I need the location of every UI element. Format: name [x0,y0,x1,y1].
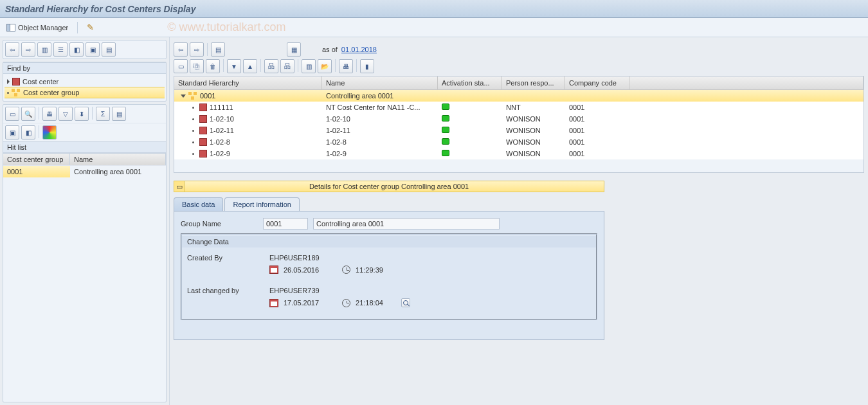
col-hierarchy[interactable]: Standard Hierarchy [174,76,322,89]
nav-history-icon[interactable]: ▥ [37,42,51,57]
bullet-icon [7,92,9,94]
grid-row[interactable]: 1-02-81-02-8WONISON0001 [174,136,863,148]
chevron-right-icon [7,79,10,84]
col-name[interactable]: Name [322,76,438,89]
act-down-icon[interactable]: ▼ [227,59,241,73]
r-nav-fwd-icon[interactable]: ⇨ [190,42,204,57]
nav-collapse-icon[interactable]: ▣ [86,42,100,57]
grid-row[interactable]: 1-02-101-02-10WONISON0001 [174,113,863,125]
change-data-group: Change Data Created By EHP6USER189 26.05… [181,233,597,320]
act-open-icon[interactable]: 📂 [318,59,332,73]
hl-sort-icon[interactable]: ⬍ [75,107,89,121]
nav-hide-icon[interactable]: ▤ [102,42,116,57]
tab-basic-data[interactable]: Basic data [174,197,223,211]
act-copy-icon[interactable]: ⿻ [190,59,204,73]
act-up-icon[interactable]: ▲ [243,59,257,73]
nav-back-icon[interactable]: ⇦ [5,42,19,57]
cell-activation [438,103,502,112]
cell-person: NNT [502,103,565,112]
hl-collapse-icon[interactable]: ◧ [21,125,35,140]
cost-center-icon [199,104,207,111]
act-chart-icon[interactable]: ▮ [360,59,374,73]
hl-filter-icon[interactable]: ▽ [59,107,73,121]
act-hier-icon[interactable]: 品 [264,59,278,73]
hl-color-icon[interactable] [42,125,57,140]
nav-forward-icon[interactable]: ⇨ [21,42,35,57]
group-code-field[interactable]: 0001 [263,218,308,230]
act-create-icon[interactable]: ▭ [174,59,188,73]
tree-item-cost-center-group[interactable]: Cost center group [5,87,165,98]
hl-expand-icon[interactable]: ▣ [5,125,19,140]
hier-code: 1-02-10 [210,115,234,123]
cell-activation [438,126,502,135]
bullet-icon [192,130,194,132]
cost-center-icon [199,138,207,146]
tab-report-info[interactable]: Report information [224,197,300,211]
grid-row[interactable]: 1-02-91-02-9WONISON0001 [174,148,863,159]
left-nav-toolbar: ⇦ ⇨ ▥ ☰ ◧ ▣ ▤ [3,40,167,59]
hitlist-row[interactable]: 0001 Controlling area 0001 [3,165,166,177]
sep [39,107,39,120]
created-by-user: EHP6USER189 [269,254,320,262]
cell-company: 0001 [565,138,629,147]
hl-graph-icon[interactable]: ▤ [112,107,126,121]
cell-name: Controlling area 0001 [322,91,438,100]
grid-row[interactable]: 0001Controlling area 0001 [174,90,863,102]
object-manager-button[interactable]: Object Manager [4,22,71,33]
created-time: 11:29:39 [356,266,383,274]
cell-person: WONISON [502,114,565,123]
nav-worklist-icon[interactable]: ◧ [69,42,84,57]
hl-find-icon[interactable]: 🔍 [21,107,35,121]
toolbar-separator [77,22,78,33]
act-assign-icon[interactable]: ▥ [302,59,316,73]
r-nav-select-icon[interactable]: ▦ [287,42,301,57]
hl-print-icon[interactable]: 🖶 [42,107,57,121]
hitlist-cell-name: Controlling area 0001 [70,166,166,177]
cost-center-icon [199,127,207,134]
asof-date[interactable]: 01.01.2018 [341,46,377,53]
cell-name: 1-02-11 [322,126,438,135]
watermark-text: © www.tutorialkart.com [167,21,285,34]
hier-code: 0001 [200,92,215,100]
status-active-icon [442,104,449,110]
details-collapse-icon[interactable]: ▭ [174,181,185,192]
edit-wand-button[interactable]: ✎ [84,21,96,33]
hl-display-icon[interactable]: ▭ [5,107,19,121]
col-company[interactable]: Company code [565,76,629,89]
bullet-icon [192,153,194,155]
col-name[interactable]: Name [70,154,166,165]
tree-item-label: Cost center [23,78,59,86]
cell-activation [438,149,502,158]
col-group[interactable]: Cost center group [3,154,70,165]
hierarchy-grid: Standard Hierarchy Name Activation sta..… [174,76,864,173]
hitlist-label: Hit list [3,141,166,153]
hier-code: 111111 [210,104,233,111]
hl-sum-icon[interactable]: Σ [96,107,110,121]
act-hier2-icon[interactable]: 品 [280,59,294,73]
grid-header: Standard Hierarchy Name Activation sta..… [174,76,863,90]
act-delete-icon[interactable]: 🗑 [206,59,220,73]
asof-label: as of [322,46,338,53]
act-print-icon[interactable]: 🖶 [339,59,353,73]
group-name-label: Group Name [181,220,258,228]
group-desc-field[interactable]: Controlling area 0001 [313,218,500,230]
tree-item-cost-center[interactable]: Cost center [5,76,165,87]
col-activation[interactable]: Activation sta... [438,76,502,89]
grid-row[interactable]: 111111NT Cost Center for NA11 -C...NNT00… [174,102,863,113]
cell-activation [438,114,502,123]
bullet-icon [192,118,194,120]
col-person[interactable]: Person respo... [502,76,565,89]
find-by-panel: Find by Cost center Cost center group [3,62,167,102]
cell-hierarchy: 111111 [174,103,322,112]
bullet-icon [192,141,194,143]
cost-center-icon [199,150,207,158]
cell-company: 0001 [565,114,629,123]
r-nav-detail-icon[interactable]: ▤ [211,42,225,57]
cost-center-icon [12,78,20,86]
nav-list-icon[interactable]: ☰ [53,42,68,57]
cell-company: 0001 [565,149,629,158]
grid-row[interactable]: 1-02-111-02-11WONISON0001 [174,125,863,136]
search-icon[interactable] [401,298,410,307]
r-nav-back-icon[interactable]: ⇦ [174,42,188,57]
hier-code: 1-02-11 [210,127,234,134]
